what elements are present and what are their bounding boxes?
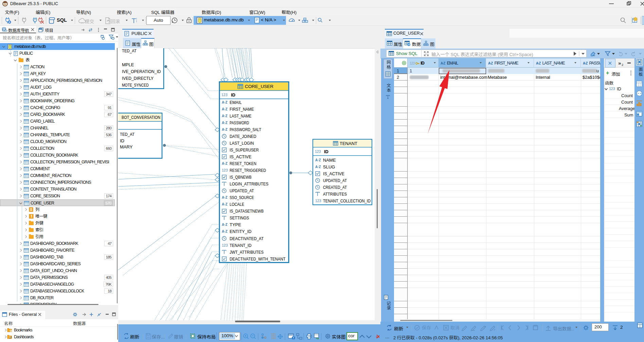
svg-text:TENANT_ID: TENANT_ID: [230, 243, 251, 248]
svg-text:IS_SUPERUSER: IS_SUPERUSER: [230, 147, 259, 152]
svg-text:PASSWORD: PASSWORD: [230, 120, 249, 125]
svg-text:ID: ID: [231, 92, 235, 97]
svg-text:SLUG: SLUG: [323, 164, 335, 169]
svg-text:BOT_CONVERSATION: BOT_CONVERSATION: [122, 115, 160, 120]
svg-text:ATTRIBUTES: ATTRIBUTES: [323, 192, 347, 197]
svg-text:IS_ACTIVE: IS_ACTIVE: [230, 154, 252, 159]
svg-text:IVE_OPERATION_ID: IVE_OPERATION_ID: [122, 69, 161, 74]
svg-text:ID: ID: [324, 149, 328, 154]
svg-text:A·Z: A·Z: [222, 223, 228, 227]
svg-text:A·Z: A·Z: [222, 121, 228, 125]
svg-text:A·Z: A·Z: [222, 128, 228, 131]
svg-text:PASSWORD_SALT: PASSWORD_SALT: [230, 127, 261, 132]
svg-text:A·Z: A·Z: [222, 114, 228, 118]
svg-text:EMAIL: EMAIL: [230, 100, 242, 105]
svg-text:LAST_NAME: LAST_NAME: [230, 113, 252, 119]
svg-text:123: 123: [315, 199, 321, 203]
svg-text:ENTITY_ID: ENTITY_ID: [230, 229, 251, 234]
svg-text:RESET_TOKEN: RESET_TOKEN: [230, 161, 256, 166]
svg-text:A·Z: A·Z: [222, 101, 228, 104]
svg-text:NAME: NAME: [323, 158, 336, 163]
svg-text:A·Z: A·Z: [222, 202, 228, 206]
svg-text:A·Z: A·Z: [222, 162, 228, 165]
svg-text:A·Z: A·Z: [222, 196, 228, 199]
svg-text:A·Z: A·Z: [222, 230, 228, 233]
svg-text:TENANT_COLLECTION_ID: TENANT_COLLECTION_ID: [323, 198, 371, 203]
svg-text:取消: 取消: [450, 325, 460, 330]
svg-text:TED_AT: TED_AT: [122, 48, 137, 53]
svg-text:IS_ACTIVE: IS_ACTIVE: [323, 171, 344, 176]
svg-text:A·Z: A·Z: [315, 165, 321, 169]
svg-text:IVED_DIRECTLY: IVED_DIRECTLY: [122, 76, 154, 81]
svg-text:LOGIN_ATTRIBUTES: LOGIN_ATTRIBUTES: [230, 181, 269, 186]
svg-text:123: 123: [221, 93, 228, 97]
svg-text:LAST_LOGIN: LAST_LOGIN: [230, 141, 254, 146]
svg-text:TYPE: TYPE: [230, 222, 241, 227]
svg-text:SETTINGS: SETTINGS: [230, 215, 249, 220]
svg-text:MPLE: MPLE: [122, 62, 134, 67]
svg-text:LOCALE: LOCALE: [230, 202, 244, 207]
svg-text:CREATED_AT: CREATED_AT: [323, 185, 347, 190]
svg-text:ID: ID: [120, 138, 124, 143]
svg-text:DEACTIVATED_AT: DEACTIVATED_AT: [230, 236, 264, 241]
svg-text:TENANT: TENANT: [340, 141, 357, 146]
svg-text:保存: 保存: [422, 325, 431, 330]
svg-text:UPDATED_AT: UPDATED_AT: [323, 178, 347, 183]
svg-text:IS_QBNEWB: IS_QBNEWB: [230, 175, 251, 180]
svg-text:CORE_USER: CORE_USER: [245, 84, 273, 89]
svg-text:SSO_SOURCE: SSO_SOURCE: [230, 195, 254, 200]
svg-text:FIRST_NAME: FIRST_NAME: [230, 107, 254, 112]
svg-text:DATE_JOINED: DATE_JOINED: [230, 134, 256, 139]
svg-text:RESET_TRIGGERED: RESET_TRIGGERED: [230, 168, 266, 173]
svg-text:DEACTIVATED_WITH_TENANT: DEACTIVATED_WITH_TENANT: [230, 256, 285, 262]
svg-text:MOTE_SYNCED: MOTE_SYNCED: [122, 83, 149, 88]
svg-text:123: 123: [222, 243, 228, 247]
svg-text:JWT_ATTRIBUTES: JWT_ATTRIBUTES: [230, 250, 264, 255]
svg-text:MARY: MARY: [120, 144, 133, 149]
svg-text:TED_AT: TED_AT: [120, 132, 135, 137]
svg-text:A·Z: A·Z: [315, 158, 321, 162]
svg-text:A·Z: A·Z: [222, 107, 228, 111]
svg-text:123: 123: [315, 149, 321, 154]
svg-text:UPDATED_AT: UPDATED_AT: [230, 188, 254, 193]
svg-text:123: 123: [222, 168, 228, 172]
svg-text:IS_DATASETNEWB: IS_DATASETNEWB: [230, 209, 264, 214]
